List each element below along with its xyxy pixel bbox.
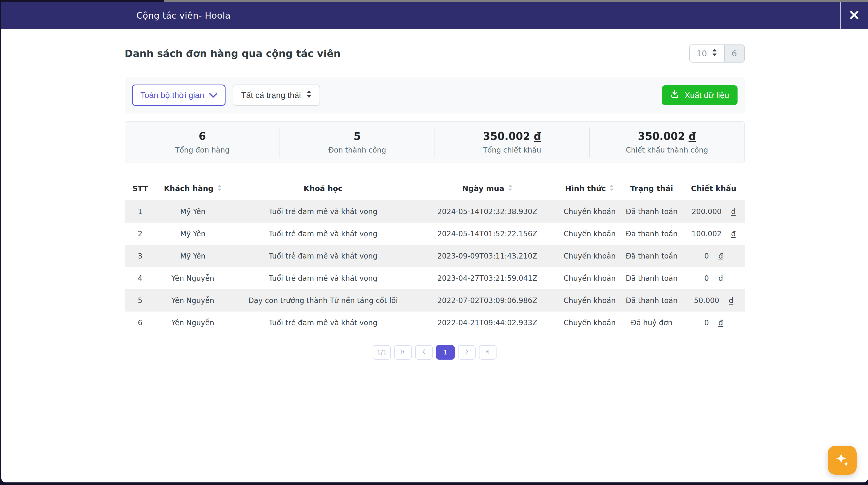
cell-course: Tuổi trẻ đam mê và khát vọng [230, 318, 416, 327]
cell-status: Đã huỷ đơn [621, 318, 683, 327]
table-row: 4 Yên Nguyễn Tuổi trẻ đam mê và khát vọn… [125, 267, 745, 289]
currency-symbol: đ [718, 318, 723, 327]
column-header-stt: STT [125, 184, 156, 193]
sort-icon[interactable] [217, 184, 222, 193]
cell-discount: 200.000 đ [683, 207, 745, 216]
cell-customer: Mỹ Yên [156, 207, 230, 216]
first-page-icon [400, 349, 406, 356]
currency-symbol: đ [534, 130, 541, 142]
stat-label: Đơn thành công [328, 146, 386, 154]
cell-status: Đã thanh toán [621, 274, 683, 283]
cell-discount: 100.002 đ [683, 230, 745, 238]
pagination: 1/1 1 [125, 345, 745, 360]
sparkles-icon [834, 451, 851, 469]
page-number-button[interactable]: 1 [436, 345, 455, 360]
cell-method: Chuyển khoản [559, 318, 621, 327]
column-header-method[interactable]: Hình thức [559, 184, 621, 193]
cell-method: Chuyển khoản [559, 296, 621, 305]
currency-symbol: đ [731, 230, 736, 238]
currency-symbol: đ [731, 207, 736, 216]
chevron-down-icon [209, 90, 217, 100]
discount-value: 100.002 [691, 230, 721, 238]
currency-symbol: đ [718, 274, 723, 283]
cell-method: Chuyển khoản [559, 207, 621, 216]
collaborator-modal: Cộng tác viên- Hoola Danh sách đơn hàng … [1, 2, 868, 482]
cell-date: 2022-07-02T03:09:06.986Z [416, 296, 559, 305]
column-header-label: Khách hàng [164, 184, 213, 193]
cell-stt: 6 [125, 318, 156, 327]
cell-stt: 4 [125, 274, 156, 283]
first-page-button[interactable] [394, 345, 412, 360]
close-icon [849, 9, 860, 22]
stat-label: Tổng đơn hàng [175, 146, 230, 154]
modal-body: Danh sách đơn hàng qua cộng tác viên 10 … [1, 29, 868, 482]
column-header-customer[interactable]: Khách hàng [156, 184, 230, 193]
cell-stt: 2 [125, 230, 156, 238]
cell-discount: 50.000 đ [683, 296, 745, 305]
page-size-select[interactable]: 10 [690, 45, 724, 62]
next-page-button[interactable] [458, 345, 475, 360]
discount-value: 50.000 [694, 296, 719, 305]
cell-date: 2023-04-27T03:21:59.041Z [416, 274, 559, 283]
cell-customer: Yên Nguyễn [156, 318, 230, 327]
cell-course: Tuổi trẻ đam mê và khát vọng [230, 252, 416, 260]
cell-discount: 0 đ [683, 274, 745, 283]
cell-customer: Mỹ Yên [156, 230, 230, 238]
cell-date: 2023-09-09T03:11:43.210Z [416, 252, 559, 260]
cell-customer: Yên Nguyễn [156, 274, 230, 283]
last-page-icon [485, 349, 491, 356]
close-button[interactable] [840, 2, 868, 29]
status-filter-label: Tất cả trạng thái [241, 90, 301, 100]
cell-method: Chuyển khoản [559, 230, 621, 238]
column-header-label: Hình thức [565, 184, 606, 193]
table-row: 5 Yên Nguyễn Dạy con trưởng thành Từ nền… [125, 289, 745, 312]
sorter-icon [712, 48, 717, 59]
cell-customer: Yên Nguyễn [156, 296, 230, 305]
stat-successful-orders: 5 Đơn thành công [280, 127, 435, 158]
cell-status: Đã thanh toán [621, 230, 683, 238]
sort-icon[interactable] [508, 184, 513, 193]
filter-bar: Toàn bộ thời gian Tất cả trạng thái [125, 77, 745, 114]
currency-symbol: đ [688, 130, 696, 142]
cell-stt: 1 [125, 207, 156, 216]
discount-value: 0 [704, 274, 709, 283]
last-page-button[interactable] [479, 345, 497, 360]
download-icon [670, 89, 679, 101]
cell-course: Tuổi trẻ đam mê và khát vọng [230, 207, 416, 216]
table-row: 6 Yên Nguyễn Tuổi trẻ đam mê và khát vọn… [125, 312, 745, 334]
chevron-left-icon [421, 349, 427, 356]
stat-successful-discount: 350.002 đ Chiết khấu thành công [589, 127, 744, 158]
cell-method: Chuyển khoản [559, 274, 621, 283]
cell-customer: Mỹ Yên [156, 252, 230, 260]
cell-discount: 0 đ [683, 318, 745, 327]
column-header-date[interactable]: Ngày mua [416, 184, 559, 193]
cell-date: 2024-05-14T01:52:22.156Z [416, 230, 559, 238]
column-header-discount: Chiết khấu [683, 184, 745, 193]
currency-symbol: đ [729, 296, 734, 305]
time-filter-dropdown[interactable]: Toàn bộ thời gian [132, 85, 226, 106]
cell-method: Chuyển khoản [559, 252, 621, 260]
column-header-course: Khoá học [230, 184, 416, 193]
chevron-right-icon [464, 349, 470, 356]
discount-value: 0 [704, 318, 709, 327]
cell-course: Tuổi trẻ đam mê và khát vọng [230, 274, 416, 283]
discount-value: 200.000 [691, 207, 721, 216]
modal-title: Cộng tác viên- Hoola [136, 10, 231, 21]
cell-discount: 0 đ [683, 252, 745, 260]
cell-status: Đã thanh toán [621, 296, 683, 305]
total-count-badge: 6 [724, 45, 744, 62]
stat-label: Chiết khấu thành công [626, 146, 708, 154]
cell-stt: 3 [125, 252, 156, 260]
currency-symbol: đ [718, 252, 723, 260]
stat-total-orders: 6 Tổng đơn hàng [125, 127, 280, 158]
status-filter-dropdown[interactable]: Tất cả trạng thái [233, 85, 320, 106]
export-data-button[interactable]: Xuất dữ liệu [662, 85, 738, 105]
browser-chrome-strip-dark [0, 0, 164, 2]
table-row: 2 Mỹ Yên Tuổi trẻ đam mê và khát vọng 20… [125, 223, 745, 245]
stat-value: 6 [199, 130, 206, 142]
browser-chrome-strip [0, 0, 868, 2]
sort-icon[interactable] [610, 184, 614, 193]
discount-value: 0 [704, 252, 709, 260]
assistant-fab-button[interactable] [828, 446, 857, 475]
previous-page-button[interactable] [415, 345, 433, 360]
